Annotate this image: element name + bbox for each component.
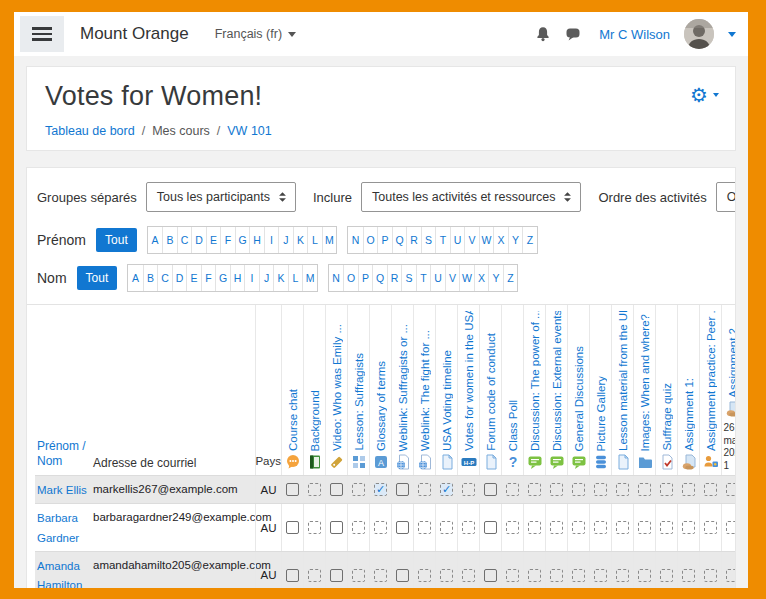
completion-checkbox[interactable] [594, 483, 607, 496]
activity-link[interactable]: Class Poll [507, 400, 519, 451]
completion-checkbox[interactable] [396, 521, 409, 534]
completion-checkbox[interactable] [726, 483, 735, 496]
completion-checkbox[interactable] [660, 483, 673, 496]
initial-letter-p[interactable]: P [358, 265, 373, 291]
initial-letter-t[interactable]: T [435, 227, 450, 253]
initial-letter-k[interactable]: K [293, 227, 308, 253]
completion-checkbox[interactable] [638, 569, 651, 582]
completion-checkbox[interactable] [352, 521, 365, 534]
completion-checkbox[interactable] [726, 569, 735, 582]
initial-letter-c[interactable]: C [157, 265, 172, 291]
breadcrumb-item[interactable]: Tableau de bord [45, 124, 135, 138]
order-select[interactable]: Ordre dans le cours [716, 182, 736, 212]
initial-letter-f[interactable]: F [201, 265, 216, 291]
completion-checkbox[interactable] [330, 569, 343, 582]
activity-link[interactable]: Weblink: Suffragists or ... [397, 324, 409, 451]
completion-checkbox[interactable] [396, 483, 409, 496]
completion-checkbox[interactable] [440, 521, 453, 534]
student-name-link[interactable]: Barbara Gardner [37, 512, 79, 543]
groups-select[interactable]: Tous les participants [146, 182, 296, 212]
activity-link[interactable]: General Discussions [573, 346, 585, 451]
initial-letter-n[interactable]: N [329, 265, 344, 291]
activity-link[interactable]: Votes for women in the USA [463, 311, 475, 451]
completion-checkbox[interactable] [638, 483, 651, 496]
initial-letter-p[interactable]: P [377, 227, 392, 253]
lastname-all-button[interactable]: Tout [77, 266, 118, 290]
activity-link[interactable]: Forum code of conduct [485, 333, 497, 451]
initial-letter-d[interactable]: D [172, 265, 187, 291]
completion-checkbox[interactable] [418, 483, 431, 496]
initial-letter-g[interactable]: G [235, 227, 250, 253]
completion-checkbox[interactable] [682, 483, 695, 496]
completion-checkbox[interactable] [572, 483, 585, 496]
initial-letter-x[interactable]: X [474, 265, 489, 291]
completion-checkbox[interactable] [572, 521, 585, 534]
activity-link[interactable]: Lesson: Suffragists [353, 353, 365, 451]
initial-letter-f[interactable]: F [220, 227, 235, 253]
initial-letter-o[interactable]: O [343, 265, 358, 291]
completion-checkbox[interactable] [484, 521, 497, 534]
initial-letter-z[interactable]: Z [503, 265, 518, 291]
name-column-header[interactable]: Prénom / Nom [37, 439, 86, 470]
completion-checkbox[interactable] [550, 569, 563, 582]
completion-checkbox[interactable] [286, 569, 299, 582]
completion-checkbox[interactable] [616, 569, 629, 582]
completion-checkbox[interactable] [616, 483, 629, 496]
completion-checkbox[interactable] [594, 521, 607, 534]
completion-checkbox[interactable] [308, 569, 321, 582]
completion-checkbox[interactable] [528, 483, 541, 496]
completion-checkbox[interactable] [396, 569, 409, 582]
site-name[interactable]: Mount Orange [80, 24, 189, 44]
activity-link[interactable]: Assignment 1: [683, 378, 695, 451]
completion-checkbox[interactable] [374, 521, 387, 534]
initial-letter-o[interactable]: O [363, 227, 378, 253]
initial-letter-q[interactable]: Q [392, 227, 407, 253]
breadcrumb-item[interactable]: VW 101 [227, 124, 271, 138]
activity-link[interactable]: Background [309, 390, 321, 451]
completion-checkbox[interactable]: ✓ [374, 483, 387, 496]
completion-checkbox[interactable] [682, 521, 695, 534]
completion-checkbox[interactable] [506, 483, 519, 496]
completion-checkbox[interactable] [352, 569, 365, 582]
completion-checkbox[interactable] [286, 521, 299, 534]
initial-letter-b[interactable]: B [162, 227, 177, 253]
initial-letter-w[interactable]: W [459, 265, 474, 291]
include-select[interactable]: Toutes les activités et ressources [361, 182, 581, 212]
completion-checkbox[interactable] [616, 521, 629, 534]
settings-menu[interactable]: ⚙ [690, 85, 719, 105]
completion-checkbox[interactable] [440, 569, 453, 582]
chat-bubble-icon[interactable] [565, 26, 581, 42]
activity-link[interactable]: USA Voting timeline [441, 350, 453, 451]
completion-checkbox[interactable] [308, 521, 321, 534]
completion-checkbox[interactable] [418, 521, 431, 534]
initial-letter-j[interactable]: J [259, 265, 274, 291]
avatar[interactable] [684, 19, 714, 49]
completion-checkbox[interactable] [330, 521, 343, 534]
completion-checkbox[interactable] [506, 569, 519, 582]
initial-letter-h[interactable]: H [230, 265, 245, 291]
activity-link[interactable]: Discussion: External events [551, 311, 563, 451]
activity-link[interactable]: Images: When and where? [639, 314, 651, 451]
activity-link[interactable]: Lesson material from the UK... [617, 311, 629, 451]
initial-letter-a[interactable]: A [148, 227, 163, 253]
completion-checkbox[interactable] [594, 569, 607, 582]
initial-letter-v[interactable]: V [464, 227, 479, 253]
initial-letter-s[interactable]: S [421, 227, 436, 253]
initial-letter-b[interactable]: B [143, 265, 158, 291]
initial-letter-n[interactable]: N [348, 227, 363, 253]
hamburger-icon[interactable] [20, 16, 64, 52]
initial-letter-d[interactable]: D [191, 227, 206, 253]
completion-checkbox[interactable] [462, 483, 475, 496]
completion-checkbox[interactable] [726, 521, 735, 534]
activity-link[interactable]: Assignment 2 [727, 328, 736, 398]
initial-letter-g[interactable]: G [215, 265, 230, 291]
initial-letter-u[interactable]: U [450, 227, 465, 253]
completion-checkbox[interactable] [638, 521, 651, 534]
completion-checkbox[interactable] [484, 483, 497, 496]
initial-letter-e[interactable]: E [206, 227, 221, 253]
student-name-link[interactable]: Mark Ellis [37, 484, 87, 496]
student-name-link[interactable]: Amanda Hamilton [37, 560, 82, 588]
initial-letter-e[interactable]: E [186, 265, 201, 291]
initial-letter-q[interactable]: Q [372, 265, 387, 291]
activity-link[interactable]: Video: Who was Emily ... [331, 324, 343, 451]
